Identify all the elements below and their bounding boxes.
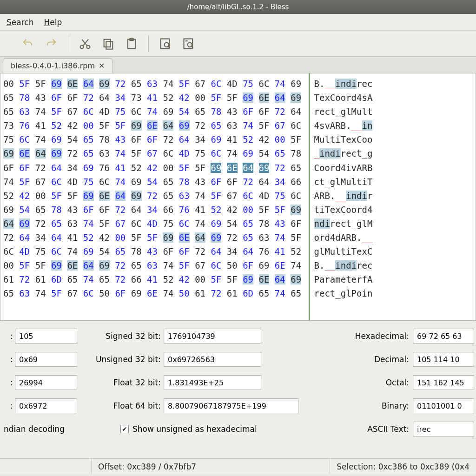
- float32-field[interactable]: [164, 375, 261, 390]
- signed32-field[interactable]: [164, 329, 261, 344]
- svg-rect-3: [106, 41, 112, 49]
- paste-icon[interactable]: [123, 35, 140, 52]
- status-bar: Offset: 0xc389 / 0x7bfb7 Selection: 0xc3…: [0, 458, 476, 474]
- window-title: /home/alf/libGL.so.1.2 - Bless: [0, 0, 476, 14]
- svg-point-7: [165, 42, 169, 46]
- menu-bar: Search Help: [0, 14, 476, 31]
- tab-close-icon[interactable]: ✕: [99, 61, 105, 70]
- float64-field[interactable]: [164, 398, 298, 413]
- tab-file[interactable]: bless-0.4.0-1.i386.rpm ✕: [3, 58, 112, 73]
- show-unsigned-checkbox[interactable]: ✔: [120, 425, 129, 433]
- undo-icon[interactable]: [20, 35, 36, 52]
- status-offset: Offset: 0xc389 / 0x7bfb7: [91, 459, 330, 474]
- float64-label: Float 64 bit:: [82, 401, 161, 410]
- octal-label: Octal:: [261, 378, 409, 387]
- tab-label: bless-0.4.0-1.i386.rpm: [11, 61, 95, 70]
- find-replace-icon[interactable]: [180, 35, 197, 52]
- menu-help[interactable]: Help: [44, 18, 62, 27]
- hex-label: Hexadecimal:: [261, 331, 409, 341]
- status-selection: Selection: 0xc386 to 0xc389 (0x4: [330, 459, 476, 474]
- signed8-label: :: [2, 331, 13, 341]
- endian-label: ndian decoding: [4, 424, 65, 434]
- show-unsigned-label: Show unsigned as hexadecimal: [132, 424, 257, 434]
- svg-rect-2: [104, 39, 111, 46]
- unsigned8-field[interactable]: [15, 352, 77, 367]
- hex-field[interactable]: [413, 329, 474, 344]
- menu-search[interactable]: Search: [7, 18, 33, 27]
- decimal-field[interactable]: [413, 352, 474, 367]
- signed16-field[interactable]: [15, 375, 77, 390]
- float32-label: Float 32 bit:: [82, 378, 161, 387]
- binary-label: Binary:: [298, 401, 409, 410]
- hex-view[interactable]: 00 5F 5F 69 6E 64 69 72 65 63 74 5F 67 6…: [0, 73, 476, 321]
- unsigned32-field[interactable]: [164, 352, 261, 367]
- copy-icon[interactable]: [100, 35, 117, 52]
- decimal-label: Decimal:: [261, 355, 409, 364]
- ascii-text-label: ASCII Text:: [257, 424, 409, 434]
- unsigned32-label: Unsigned 32 bit:: [82, 355, 161, 364]
- redo-icon[interactable]: [43, 35, 60, 52]
- signed8-field[interactable]: [15, 329, 77, 344]
- unsigned16-field[interactable]: [15, 398, 77, 413]
- toolbar: [0, 31, 476, 57]
- svg-point-9: [188, 42, 192, 46]
- binary-field[interactable]: [413, 398, 474, 413]
- octal-field[interactable]: [413, 375, 474, 390]
- ascii-column[interactable]: B.__indirec TexCoord4sA rect_glMult 4svA…: [310, 73, 373, 320]
- signed32-label: Signed 32 bit:: [82, 331, 161, 341]
- cut-icon[interactable]: [77, 35, 93, 52]
- ascii-text-field[interactable]: [413, 422, 474, 436]
- find-icon[interactable]: [157, 35, 174, 52]
- data-inspector: : Signed 32 bit: Hexadecimal: : Unsigned…: [0, 321, 476, 458]
- tab-bar: bless-0.4.0-1.i386.rpm ✕: [0, 57, 476, 73]
